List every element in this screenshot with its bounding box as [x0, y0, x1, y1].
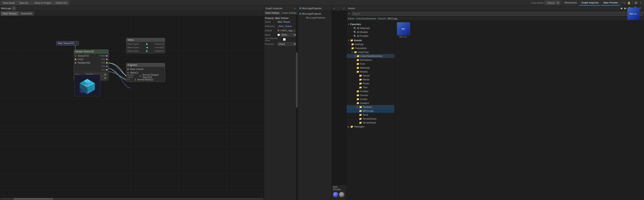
color-mode-select[interactable]: <None> — [545, 1, 560, 5]
shader-canvas[interactable]: Main Texture(T2) × Sample Texture 2D Tex… — [0, 16, 264, 198]
tree-item-unitychan[interactable]: ▼ 📁 UnityChan — [346, 50, 394, 54]
search-icon-models: 🔍 — [354, 31, 356, 33]
asset-search-input[interactable] — [352, 12, 643, 16]
tree-item-terrainroad[interactable]: 📁 TerrainRoad — [346, 121, 394, 125]
projector-row-2[interactable]: MccLogoProjector — [299, 16, 330, 20]
shader-scrollbar[interactable] — [0, 198, 264, 200]
port-dot-sampler-in[interactable] — [75, 62, 76, 64]
lock-icon-btn[interactable]: 🔒 — [626, 0, 632, 6]
inspector-tab-graph-settings[interactable]: Graph Settings — [281, 11, 298, 15]
port-dot-normal-in[interactable] — [140, 75, 141, 77]
plus-icon-btn[interactable]: + — [622, 0, 626, 6]
port-dot-alpha-in[interactable] — [127, 72, 129, 73]
shaders-folder-icon: 📁 — [356, 102, 360, 105]
tree-item-rock[interactable]: 📁 Rock — [346, 113, 394, 117]
mode-select[interactable]: White — [280, 33, 297, 37]
breadcrumb-mcclogo[interactable]: MCCLogo — [388, 17, 398, 20]
tree-item-all-models[interactable]: 🔍 All Models — [346, 30, 394, 34]
asset-name-mcclogo: MCC_lo... — [399, 36, 408, 38]
tree-item-medal[interactable]: 📁 Medal — [346, 78, 394, 81]
breadcrumb-textures[interactable]: Textures — [378, 17, 386, 20]
main-preview-tab[interactable]: Main Preview — [601, 0, 620, 6]
port-dot-a-out[interactable] — [106, 69, 108, 71]
port-dot-pos-out[interactable] — [146, 43, 148, 45]
tree-item-scripts[interactable]: 📁 Scripts — [346, 97, 394, 101]
settings-folder-icon: 📁 — [351, 43, 354, 46]
preview-expand-btn[interactable]: □ — [342, 6, 346, 10]
terrainroad-label: TerrainRoad — [363, 121, 376, 124]
precision-select[interactable]: Inherit — [278, 42, 297, 46]
tree-item-tutorialinfo[interactable]: 📁 TutorialInfo — [346, 46, 394, 50]
check-out-button[interactable]: Check Out — [54, 1, 69, 5]
port-dot-rgba-out[interactable] — [106, 55, 108, 57]
tree-item-animations[interactable]: 📁 Animations — [346, 58, 394, 62]
port-dot-g-out[interactable] — [106, 62, 108, 64]
inspector-tab-node-settings[interactable]: Node Settings — [264, 11, 281, 15]
preview-close-btn[interactable]: × — [332, 6, 336, 10]
tree-item-shaders[interactable]: 📁 Shaders — [346, 101, 394, 105]
tree-item-models[interactable]: 📁 Models — [346, 70, 394, 74]
asset-browser-back-btn[interactable]: ◀ — [619, 6, 623, 11]
tree-item-scenes[interactable]: 📁 Scenes — [346, 93, 394, 97]
breadcrumb-unitychanadventure[interactable]: UnityChanAdventure — [356, 17, 376, 20]
main-texture-close-btn[interactable]: × — [76, 42, 77, 44]
tiling-checkbox[interactable] — [283, 38, 286, 41]
port-dot-tangent-out[interactable] — [146, 50, 148, 52]
scrollbar-thumb[interactable] — [14, 198, 53, 200]
more-icon-btn[interactable]: ⋮ — [638, 0, 643, 6]
tree-item-textures[interactable]: ▼ 📁 Textures — [346, 105, 394, 109]
favorites-header-item[interactable]: ▼ Favorites — [346, 22, 394, 26]
inspector-scrollbar-thumb[interactable] — [296, 52, 298, 108]
inspector-close-btn[interactable]: × — [293, 6, 296, 10]
tree-item-mcclogo[interactable]: 📁 MCCLogo — [346, 109, 394, 113]
tree-item-settings[interactable]: 📁 Settings — [346, 42, 394, 46]
main-texture-node[interactable]: Main Texture(T2) × — [56, 41, 79, 45]
port-dot-normalalpha-in[interactable] — [135, 79, 136, 80]
mcclogo-label: MCCLogo — [363, 110, 374, 112]
textures-folder-icon: 📁 — [359, 106, 362, 109]
asset-create-btn[interactable]: + — [348, 11, 351, 16]
shader-panel-tabs: Main Texture Texture2D — [0, 11, 264, 16]
shader-tab-texture2d[interactable]: Texture2D — [19, 11, 34, 15]
port-dot-uv-in[interactable] — [75, 59, 76, 60]
shader-graph-title: MccLogo — [1, 7, 11, 9]
breadcrumb-assets[interactable]: Assets — [348, 17, 354, 20]
blackboard-tab[interactable]: Blackboard — [562, 0, 579, 6]
projector-row-1[interactable]: ⊞ MccLogoProjector — [299, 12, 330, 16]
inspector-scrollbar-v[interactable] — [296, 15, 298, 200]
save-asset-button[interactable]: Save Asset — [1, 1, 17, 5]
shader-add-button[interactable]: + — [12, 6, 16, 10]
tree-item-font[interactable]: 📁 Font — [346, 62, 394, 66]
save-as-button[interactable]: Save As... — [17, 1, 32, 5]
inspector-val-default: # MCC_logo_1 — [280, 29, 297, 32]
preview-content-area — [332, 11, 346, 185]
tree-item-packages[interactable]: ▶ 📁 Packages — [346, 125, 394, 129]
graph-inspector-tab[interactable]: Graph Inspector — [580, 0, 601, 6]
materials-label: Materials — [360, 66, 370, 69]
tree-item-all-prefabs[interactable]: 🔍 All Prefabs — [346, 34, 394, 38]
preview-sphere-1[interactable] — [333, 192, 338, 197]
tree-item-assets-root[interactable]: ▼ 📁 Assets — [346, 38, 394, 42]
tree-item-unitychanadventure[interactable]: ▼ 📁 UnityChanAdventure — [346, 54, 394, 58]
layout-icon-btn[interactable]: ⊞ — [634, 0, 638, 6]
port-dot-r-out[interactable] — [106, 59, 108, 60]
port-dot-normal-out[interactable] — [146, 47, 148, 48]
port-val-tangent: Tangent(3) — [154, 50, 164, 52]
tree-item-prefabs[interactable]: 📁 Prefabs — [346, 89, 394, 93]
port-dot-basecolor-in[interactable] — [127, 68, 129, 70]
fragment-header: Fragment — [126, 63, 165, 67]
tree-item-rocks[interactable]: 📁 Rocks — [346, 81, 394, 85]
port-dot-b-out[interactable] — [106, 66, 108, 67]
scrollbar-track[interactable] — [0, 198, 264, 200]
tree-item-tree[interactable]: 📁 Tree — [346, 85, 394, 89]
show-in-project-button[interactable]: Show In Project — [32, 1, 53, 5]
preview-sphere-2[interactable] — [339, 192, 344, 197]
port-dot-texture-in[interactable] — [75, 55, 76, 57]
shader-tab-main-texture[interactable]: Main Texture — [1, 11, 18, 15]
asset-browser-fwd-btn[interactable]: ▶ — [624, 6, 627, 11]
tree-item-materials[interactable]: 📁 Materials — [346, 66, 394, 70]
tree-item-terraingrass[interactable]: 📁 TerrainGrass — [346, 117, 394, 121]
tree-item-all-materials[interactable]: 🔍 All Materials — [346, 26, 394, 30]
tree-item-house[interactable]: 📁 House — [346, 74, 394, 78]
asset-item-mcclogo[interactable]: MCC MCC_lo... — [396, 22, 411, 38]
